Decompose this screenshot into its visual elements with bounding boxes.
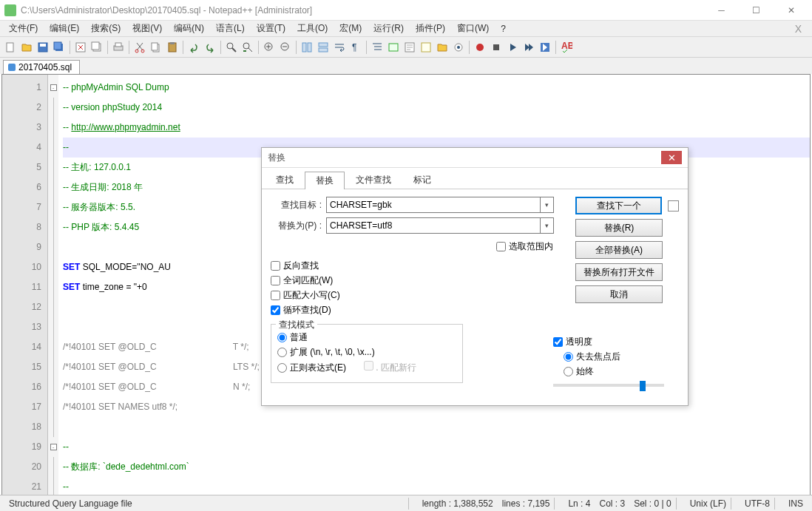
- copy-icon[interactable]: [149, 40, 163, 55]
- svg-point-17: [243, 43, 249, 49]
- new-file-icon[interactable]: [3, 40, 18, 55]
- status-overwrite: INS: [784, 498, 808, 509]
- find-next-aux-checkbox[interactable]: [668, 200, 679, 211]
- cancel-button[interactable]: 取消: [575, 285, 663, 303]
- zoom-in-icon[interactable]: [262, 40, 277, 55]
- minimize-button[interactable]: ─: [705, 1, 738, 19]
- redo-icon[interactable]: [203, 40, 217, 55]
- replace-all-button[interactable]: 全部替换(A): [575, 241, 663, 259]
- menu-encoding[interactable]: 编码(N): [168, 21, 210, 36]
- svg-rect-25: [389, 44, 398, 51]
- svg-rect-4: [54, 42, 61, 50]
- status-bar: Structured Query Language file length : …: [0, 495, 812, 511]
- svg-rect-21: [308, 43, 311, 52]
- sync-v-icon[interactable]: [300, 40, 314, 55]
- svg-rect-15: [170, 42, 175, 44]
- transparency-slider[interactable]: [553, 384, 664, 387]
- replace-dropdown-icon[interactable]: ▾: [541, 217, 554, 234]
- dialog-title-bar[interactable]: 替换 ✕: [262, 148, 688, 168]
- in-selection-checkbox[interactable]: 选取范围内: [496, 240, 553, 253]
- sync-h-icon[interactable]: [316, 40, 331, 55]
- replace-icon[interactable]: [240, 40, 255, 55]
- window-title-bar: C:\Users\Administrator\Desktop\20170405.…: [0, 0, 812, 21]
- find-input[interactable]: [326, 197, 541, 213]
- mode-extended-radio[interactable]: 扩展 (\n, \r, \t, \0, \x...): [277, 346, 456, 359]
- dialog-close-button[interactable]: ✕: [661, 151, 682, 164]
- find-next-button[interactable]: 查找下一个: [575, 197, 662, 214]
- menu-settings[interactable]: 设置(T): [251, 21, 291, 36]
- menu-tools[interactable]: 工具(O): [291, 21, 334, 36]
- status-eol: Unix (LF): [686, 498, 731, 509]
- mode-normal-radio[interactable]: 普通: [277, 331, 456, 344]
- monitor-icon[interactable]: [451, 40, 466, 55]
- tab-mark[interactable]: 标记: [402, 171, 442, 189]
- svg-rect-20: [302, 43, 306, 52]
- tab-find[interactable]: 查找: [265, 171, 305, 189]
- print-icon[interactable]: [111, 40, 126, 55]
- save-icon[interactable]: [35, 40, 50, 55]
- window-close-button[interactable]: ✕: [774, 1, 808, 19]
- menu-file[interactable]: 文件(F): [3, 21, 44, 36]
- file-tab-label: 20170405.sql: [18, 62, 72, 72]
- find-dropdown-icon[interactable]: ▾: [541, 197, 554, 213]
- transp-lose-focus-radio[interactable]: 失去焦点后: [564, 351, 679, 363]
- find-icon[interactable]: [224, 40, 239, 55]
- menu-help[interactable]: ?: [495, 22, 512, 35]
- document-tab-bar: 20170405.sql: [0, 58, 812, 74]
- tab-find-in-files[interactable]: 文件查找: [345, 171, 402, 189]
- indent-guide-icon[interactable]: [370, 40, 385, 55]
- save-macro-icon[interactable]: [538, 40, 552, 55]
- doc-map-icon[interactable]: [402, 40, 417, 55]
- replace-in-open-button[interactable]: 替换所有打开文件: [575, 263, 663, 281]
- lang-icon[interactable]: [386, 40, 401, 55]
- maximize-button[interactable]: ☐: [740, 1, 773, 19]
- close-all-icon[interactable]: [89, 40, 104, 55]
- status-col: Col : 3: [595, 498, 629, 509]
- menu-run[interactable]: 运行(R): [368, 21, 410, 36]
- transparency-checkbox[interactable]: 透明度: [553, 336, 679, 348]
- status-encoding: UTF-8: [740, 498, 774, 509]
- wrap-checkbox[interactable]: 循环查找(D): [271, 304, 679, 317]
- svg-rect-13: [152, 43, 158, 50]
- svg-rect-22: [319, 43, 328, 47]
- svg-rect-23: [319, 48, 328, 52]
- replace-input[interactable]: [326, 217, 541, 234]
- play-macro-icon[interactable]: [505, 40, 520, 55]
- show-all-chars-icon[interactable]: ¶: [348, 40, 363, 55]
- transp-always-radio[interactable]: 始终: [564, 365, 679, 378]
- cut-icon[interactable]: [132, 40, 147, 55]
- mdi-close-icon[interactable]: X: [788, 23, 809, 35]
- status-lines: lines : 7,195: [498, 498, 555, 509]
- mode-regex-radio[interactable]: 正则表达式(E) . 匹配新行: [277, 361, 456, 374]
- save-all-icon[interactable]: [52, 40, 67, 55]
- svg-point-30: [476, 44, 484, 51]
- open-file-icon[interactable]: [19, 40, 34, 55]
- menu-macro[interactable]: 宏(M): [334, 21, 368, 36]
- zoom-out-icon[interactable]: [278, 40, 293, 55]
- spellcheck-icon[interactable]: ABC: [559, 40, 574, 55]
- svg-rect-31: [493, 44, 499, 50]
- menu-window[interactable]: 窗口(W): [451, 21, 495, 36]
- undo-icon[interactable]: [186, 40, 201, 55]
- status-sel: Sel : 0 | 0: [629, 498, 675, 509]
- close-file-icon[interactable]: [73, 40, 88, 55]
- menu-plugins[interactable]: 插件(P): [410, 21, 451, 36]
- app-icon: [4, 4, 16, 16]
- tab-replace[interactable]: 替换: [305, 172, 345, 189]
- main-toolbar: ¶ ABC: [0, 37, 812, 58]
- menu-view[interactable]: 视图(V): [126, 21, 168, 36]
- folder-icon[interactable]: [435, 40, 450, 55]
- replace-button[interactable]: 替换(R): [575, 219, 663, 237]
- file-tab[interactable]: 20170405.sql: [3, 60, 80, 74]
- wordwrap-icon[interactable]: [332, 40, 347, 55]
- stop-macro-icon[interactable]: [489, 40, 504, 55]
- menu-language[interactable]: 语言(L): [210, 21, 251, 36]
- svg-rect-2: [40, 44, 46, 47]
- play-multi-icon[interactable]: [521, 40, 536, 55]
- paste-icon[interactable]: [165, 40, 180, 55]
- record-macro-icon[interactable]: [473, 40, 487, 55]
- menu-edit[interactable]: 编辑(E): [44, 21, 85, 36]
- file-modified-icon: [8, 64, 16, 71]
- menu-search[interactable]: 搜索(S): [85, 21, 126, 36]
- func-list-icon[interactable]: [419, 40, 433, 55]
